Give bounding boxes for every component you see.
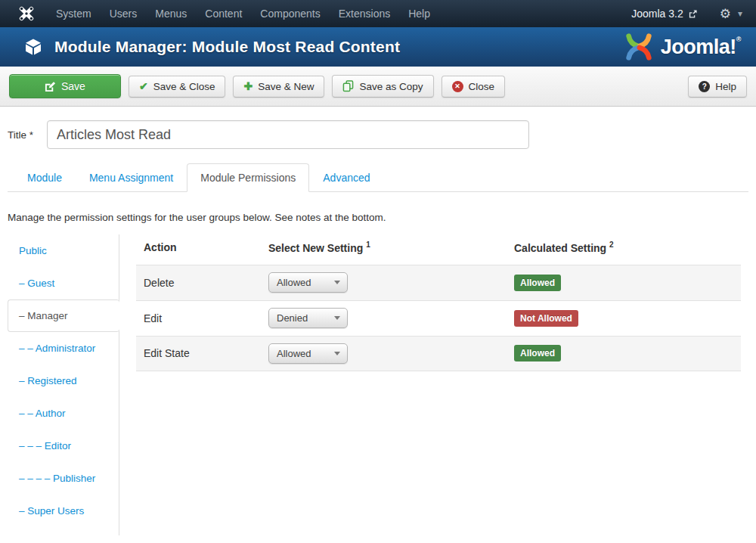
- chevron-down-icon[interactable]: ▾: [738, 8, 742, 19]
- setting-select-edit[interactable]: Denied: [268, 308, 348, 328]
- save-new-label: Save & New: [258, 81, 314, 92]
- version-label: Joomla 3.2: [631, 8, 683, 20]
- page-header: Module Manager: Module Most Read Content…: [0, 27, 756, 67]
- status-badge: Allowed: [514, 275, 561, 291]
- menu-system[interactable]: System: [47, 8, 101, 20]
- toolbar: Save ✔ Save & Close ✚ Save & New Save as…: [0, 67, 756, 107]
- permissions-table: Action Select New Setting 1 Calculated S…: [136, 234, 741, 535]
- plus-icon: ✚: [243, 81, 253, 92]
- table-row-edit: Edit Denied Not Allowed: [136, 300, 741, 336]
- menu-help[interactable]: Help: [399, 8, 439, 20]
- menu-content[interactable]: Content: [196, 8, 251, 20]
- save-copy-button[interactable]: Save as Copy: [332, 75, 433, 98]
- save-close-label: Save & Close: [153, 81, 215, 92]
- save-button[interactable]: Save: [9, 74, 121, 98]
- user-group-list: Public – Guest – Manager – – Administrat…: [8, 234, 119, 535]
- group-publisher[interactable]: – – – – Publisher: [8, 462, 119, 495]
- admin-menu: System Users Menus Content Components Ex…: [47, 8, 439, 20]
- close-button[interactable]: Close: [442, 76, 506, 98]
- title-field-row: Title *: [8, 120, 748, 149]
- gear-icon[interactable]: ⚙: [720, 6, 731, 22]
- tab-module[interactable]: Module: [14, 163, 76, 192]
- action-label: Delete: [136, 277, 268, 289]
- setting-select-delete[interactable]: Allowed: [268, 272, 348, 293]
- chevron-down-icon: [334, 352, 340, 355]
- registered-mark: ®: [736, 36, 741, 43]
- setting-select-edit-state[interactable]: Allowed: [268, 343, 348, 364]
- check-icon: ✔: [139, 81, 148, 92]
- table-row-delete: Delete Allowed Allowed: [136, 265, 741, 300]
- joomla-logo-text: Joomla!®: [661, 36, 741, 59]
- external-link-icon: [688, 9, 698, 19]
- version-link[interactable]: Joomla 3.2: [631, 8, 697, 20]
- chevron-down-icon: [334, 281, 340, 284]
- help-label: Help: [715, 81, 736, 92]
- column-header-new-setting: Select New Setting 1: [268, 240, 514, 254]
- group-super-users[interactable]: – Super Users: [8, 495, 119, 527]
- close-icon: [452, 81, 463, 92]
- select-value: Allowed: [277, 348, 311, 359]
- help-icon: [699, 81, 710, 92]
- menu-users[interactable]: Users: [101, 8, 147, 20]
- chevron-down-icon: [334, 316, 340, 320]
- page-title: Module Manager: Module Most Read Content: [54, 38, 400, 56]
- menu-menus[interactable]: Menus: [146, 8, 196, 20]
- group-registered[interactable]: – Registered: [8, 365, 119, 397]
- action-label: Edit: [136, 312, 268, 324]
- admin-menubar: System Users Menus Content Components Ex…: [0, 0, 756, 27]
- title-label: Title *: [8, 129, 45, 141]
- tab-bar: Module Menu Assignment Module Permission…: [8, 163, 748, 192]
- table-header-row: Action Select New Setting 1 Calculated S…: [136, 234, 741, 265]
- tab-advanced[interactable]: Advanced: [309, 163, 383, 192]
- title-input[interactable]: [47, 120, 529, 149]
- footnote-2-marker: 2: [609, 240, 614, 249]
- tab-module-permissions[interactable]: Module Permissions: [187, 163, 309, 192]
- group-author[interactable]: – – Author: [8, 397, 119, 430]
- table-row-edit-state: Edit State Allowed Allowed: [136, 336, 741, 371]
- footnote-1-marker: 1: [366, 240, 370, 249]
- save-new-button[interactable]: ✚ Save & New: [233, 76, 324, 98]
- edit-square-icon: [45, 81, 56, 92]
- save-copy-label: Save as Copy: [359, 81, 423, 92]
- select-value: Allowed: [277, 277, 311, 288]
- save-close-button[interactable]: ✔ Save & Close: [129, 76, 226, 98]
- group-public[interactable]: Public: [8, 234, 119, 267]
- select-value: Denied: [277, 312, 308, 324]
- tab-menu-assignment[interactable]: Menu Assignment: [76, 163, 187, 192]
- joomla-logo-icon: [623, 31, 655, 63]
- group-manager[interactable]: – Manager: [8, 299, 119, 332]
- content-area: Title * Module Menu Assignment Module Pe…: [0, 120, 756, 535]
- joomla-mark-icon: [18, 5, 35, 22]
- save-label: Save: [61, 80, 85, 92]
- menu-extensions[interactable]: Extensions: [330, 8, 399, 20]
- module-cube-icon: [24, 38, 42, 56]
- status-badge: Not Allowed: [514, 310, 578, 327]
- close-label: Close: [469, 81, 495, 92]
- menu-components[interactable]: Components: [251, 8, 329, 20]
- action-label: Edit State: [136, 347, 268, 359]
- permissions-description: Manage the permission settings for the u…: [8, 212, 748, 223]
- help-button[interactable]: Help: [688, 76, 747, 98]
- group-editor[interactable]: – – – Editor: [8, 430, 119, 462]
- group-guest[interactable]: – Guest: [8, 267, 119, 299]
- group-administrator[interactable]: – – Administrator: [8, 332, 119, 365]
- column-header-action: Action: [136, 241, 268, 253]
- permissions-panel: Public – Guest – Manager – – Administrat…: [8, 234, 748, 535]
- joomla-brand: Joomla!®: [623, 31, 741, 63]
- status-badge: Allowed: [514, 345, 561, 361]
- column-header-calculated: Calculated Setting 2: [514, 240, 741, 254]
- copy-icon: [342, 80, 354, 92]
